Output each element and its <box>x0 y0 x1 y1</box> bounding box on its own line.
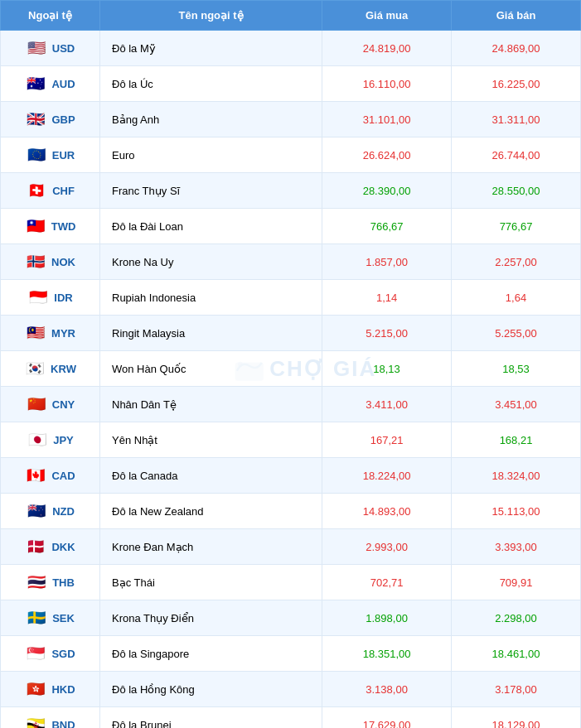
currency-code: MYR <box>51 327 75 340</box>
currency-name-cell: Nhân Dân Tệ <box>100 387 322 422</box>
currency-code-cell: 🇬🇧 GBP <box>1 102 100 137</box>
sell-price-cell: 15.113,00 <box>452 494 581 529</box>
sell-price-cell: 18.324,00 <box>452 458 581 494</box>
currency-code: CNY <box>52 398 75 411</box>
currency-flag: 🇦🇺 <box>25 73 46 94</box>
sell-price-cell: 776,67 <box>452 209 581 244</box>
table-row: 🇦🇺 AUD Đô la Úc 16.110,00 16.225,00 <box>1 66 581 102</box>
buy-price-cell: 2.993,00 <box>322 529 452 565</box>
currency-code: AUD <box>51 78 75 90</box>
sell-price-cell: 26.744,00 <box>452 137 581 173</box>
currency-name-cell: Đô la New Zealand <box>100 494 322 529</box>
buy-price-cell: 18,13 <box>322 351 452 387</box>
sell-price-cell: 1,64 <box>452 280 581 316</box>
currency-name-cell: Krone Đan Mạch <box>100 529 322 565</box>
currency-code: CHF <box>52 185 75 197</box>
currency-code: GBP <box>51 113 75 126</box>
currency-name-cell: Đô la Singapore <box>100 636 322 672</box>
currency-code-cell: 🇨🇦 CAD <box>1 458 100 494</box>
col-currency: Ngoại tệ <box>1 1 100 31</box>
currency-flag: 🇰🇷 <box>24 358 46 379</box>
currency-flag: 🇯🇵 <box>27 429 48 451</box>
buy-price-cell: 766,67 <box>322 209 452 244</box>
currency-code-cell: 🇺🇸 USD <box>1 31 100 66</box>
currency-flag: 🇹🇭 <box>26 571 47 593</box>
currency-flag: 🇨🇭 <box>26 180 47 201</box>
currency-name-cell: Đô la Hồng Kông <box>100 672 322 707</box>
currency-flag: 🇨🇦 <box>25 465 46 486</box>
sell-price-cell: 18,53 <box>452 351 581 387</box>
currency-name-cell: Đô la Brunei <box>100 707 322 729</box>
currency-code-cell: 🇪🇺 EUR <box>1 137 100 173</box>
currency-flag: 🇸🇪 <box>26 607 47 629</box>
table-row: 🇰🇷 KRW Won Hàn Quốc 18,13 18,53 <box>1 351 581 387</box>
currency-code-cell: 🇳🇴 NOK <box>1 244 100 280</box>
currency-code: DKK <box>51 541 75 553</box>
currency-name-cell: Đô la Đài Loan <box>100 209 322 244</box>
table-header: Ngoại tệ Tên ngoại tệ Giá mua Giá bán <box>1 1 581 31</box>
currency-flag: 🇭🇰 <box>25 678 46 700</box>
currency-name-cell: Krona Thụy Điển <box>100 600 322 636</box>
buy-price-cell: 24.819,00 <box>322 31 452 66</box>
currency-flag: 🇧🇳 <box>25 714 46 728</box>
sell-price-cell: 31.311,00 <box>452 102 581 137</box>
table-row: 🇹🇭 THB Bạc Thái 702,71 709,91 <box>1 565 581 600</box>
currency-code-cell: 🇸🇪 SEK <box>1 600 100 636</box>
currency-code-cell: 🇧🇳 BND <box>1 707 100 729</box>
currency-name-cell: Yên Nhật <box>100 422 322 458</box>
buy-price-cell: 18.351,00 <box>322 636 452 672</box>
currency-code: BND <box>51 719 75 729</box>
sell-price-cell: 18.129,00 <box>452 707 581 729</box>
table-row: 🇪🇺 EUR Euro 26.624,00 26.744,00 <box>1 137 581 173</box>
currency-name-cell: Euro <box>100 137 322 173</box>
buy-price-cell: 28.390,00 <box>322 173 452 209</box>
currency-code: KRW <box>51 363 76 375</box>
col-sell: Giá bán <box>452 1 581 31</box>
sell-price-cell: 3.451,00 <box>452 387 581 422</box>
currency-code-cell: 🇩🇰 DKK <box>1 529 100 565</box>
currency-flag: 🇳🇴 <box>25 251 46 272</box>
currency-code: TWD <box>51 220 76 233</box>
currency-name-cell: Bảng Anh <box>100 102 322 137</box>
currency-name-cell: Đô la Mỹ <box>100 31 322 66</box>
currency-code: NZD <box>52 505 75 518</box>
currency-code: EUR <box>52 149 75 162</box>
buy-price-cell: 1.857,00 <box>322 244 452 280</box>
table-row: 🇨🇭 CHF Franc Thụy Sĩ 28.390,00 28.550,00 <box>1 173 581 209</box>
col-name: Tên ngoại tệ <box>100 1 322 31</box>
table-row: 🇨🇳 CNY Nhân Dân Tệ 3.411,00 3.451,00 <box>1 387 581 422</box>
table-row: 🇲🇾 MYR Ringit Malaysia 5.215,00 5.255,00 <box>1 316 581 351</box>
currency-name-cell: Ringit Malaysia <box>100 316 322 351</box>
buy-price-cell: 3.411,00 <box>322 387 452 422</box>
sell-price-cell: 16.225,00 <box>452 66 581 102</box>
table-row: 🇬🇧 GBP Bảng Anh 31.101,00 31.311,00 <box>1 102 581 137</box>
currency-code-cell: 🇨🇭 CHF <box>1 173 100 209</box>
table-row: 🇸🇪 SEK Krona Thụy Điển 1.898,00 2.298,00 <box>1 600 581 636</box>
buy-price-cell: 31.101,00 <box>322 102 452 137</box>
currency-code: IDR <box>54 292 72 304</box>
sell-price-cell: 168,21 <box>452 422 581 458</box>
buy-price-cell: 1,14 <box>322 280 452 316</box>
currency-code-cell: 🇭🇰 HKD <box>1 672 100 707</box>
sell-price-cell: 5.255,00 <box>452 316 581 351</box>
currency-code-cell: 🇯🇵 JPY <box>1 422 100 458</box>
table-row: 🇩🇰 DKK Krone Đan Mạch 2.993,00 3.393,00 <box>1 529 581 565</box>
table-row: 🇧🇳 BND Đô la Brunei 17.629,00 18.129,00 <box>1 707 581 729</box>
sell-price-cell: 709,91 <box>452 565 581 600</box>
buy-price-cell: 17.629,00 <box>322 707 452 729</box>
buy-price-cell: 5.215,00 <box>322 316 452 351</box>
currency-name-cell: Krone Na Uy <box>100 244 322 280</box>
currency-code: SGD <box>51 648 75 660</box>
buy-price-cell: 167,21 <box>322 422 452 458</box>
currency-code-cell: 🇲🇾 MYR <box>1 316 100 351</box>
table-row: 🇯🇵 JPY Yên Nhật 167,21 168,21 <box>1 422 581 458</box>
sell-price-cell: 18.461,00 <box>452 636 581 672</box>
sell-price-cell: 24.869,00 <box>452 31 581 66</box>
currency-table: Ngoại tệ Tên ngoại tệ Giá mua Giá bán 🇺🇸… <box>0 0 581 728</box>
col-buy: Giá mua <box>322 1 452 31</box>
currency-flag: 🇹🇼 <box>25 215 46 237</box>
currency-code: NOK <box>51 256 75 268</box>
currency-code: HKD <box>51 683 75 696</box>
sell-price-cell: 3.178,00 <box>452 672 581 707</box>
currency-name-cell: Rupiah Indonesia <box>100 280 322 316</box>
